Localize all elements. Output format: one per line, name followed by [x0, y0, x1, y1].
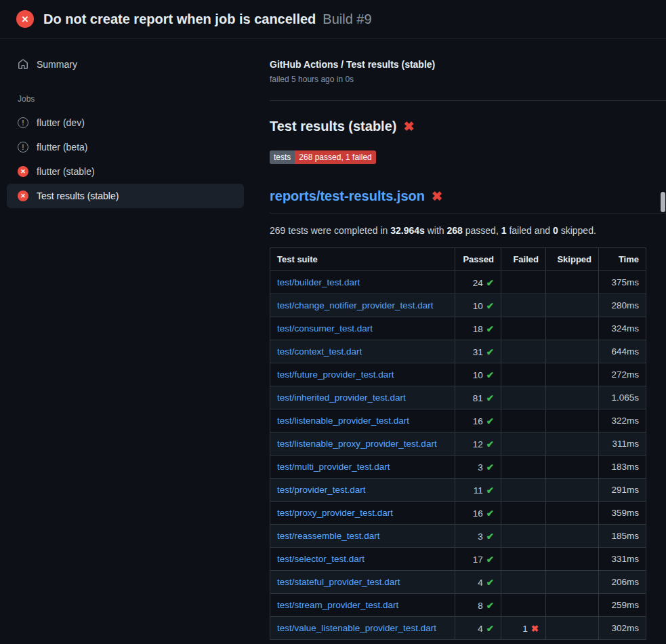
skipped-cell: [546, 317, 599, 340]
sidebar-item-label: flutter (stable): [37, 166, 95, 177]
passed-cell: 8✔: [455, 594, 501, 617]
test-suite-link[interactable]: test/context_test.dart: [277, 346, 362, 357]
x-circle-icon: ✕: [18, 190, 28, 201]
summary-fragment: 269 tests were completed in: [270, 225, 390, 236]
skipped-cell: [546, 363, 599, 386]
sidebar-item-test-results-stable[interactable]: ✕Test results (stable): [7, 184, 244, 208]
time-cell: 375ms: [599, 271, 646, 294]
table-row: test/builder_test.dart24✔375ms: [270, 271, 646, 294]
passed-cell: 4✔: [455, 571, 501, 594]
test-suite-link[interactable]: test/provider_test.dart: [277, 485, 366, 495]
suite-cell: test/consumer_test.dart: [270, 317, 455, 340]
test-suite-link[interactable]: test/consumer_test.dart: [277, 323, 373, 334]
check-icon: ✔: [486, 462, 494, 472]
time-cell: 185ms: [599, 525, 646, 548]
exclamation-circle-icon: !: [18, 117, 28, 128]
sidebar-item-flutter-dev[interactable]: !flutter (dev): [7, 110, 244, 135]
table-row: test/value_listenable_provider_test.dart…: [270, 617, 646, 640]
test-suite-link[interactable]: test/stateful_provider_test.dart: [277, 577, 400, 587]
skipped-cell: [546, 617, 599, 640]
count: 18: [473, 324, 483, 334]
table-row: test/proxy_provider_test.dart16✔359ms: [270, 502, 646, 525]
test-suite-link[interactable]: test/builder_test.dart: [277, 277, 360, 287]
status-line: failed 5 hours ago in 0s: [270, 75, 666, 84]
passed-cell: 4✔: [455, 617, 501, 640]
test-suite-link[interactable]: test/multi_provider_test.dart: [277, 462, 390, 472]
suite-cell: test/selector_test.dart: [270, 548, 455, 571]
test-suite-link[interactable]: test/proxy_provider_test.dart: [277, 508, 393, 518]
suite-cell: test/stream_provider_test.dart: [270, 594, 455, 617]
count: 10: [473, 301, 483, 311]
sidebar-item-label: flutter (dev): [37, 117, 85, 128]
badge-label: tests: [270, 150, 295, 164]
count: 31: [473, 347, 483, 357]
report-link[interactable]: reports/test-results.json: [270, 188, 425, 204]
summary-failed-count: 1: [501, 225, 507, 236]
passed-cell: 17✔: [455, 548, 501, 571]
count: 10: [473, 370, 483, 380]
test-suite-link[interactable]: test/future_provider_test.dart: [277, 369, 394, 380]
test-suite-link[interactable]: test/inherited_provider_test.dart: [277, 393, 406, 403]
time-cell: 272ms: [599, 363, 646, 386]
check-icon: ✔: [486, 393, 494, 403]
passed-cell: 10✔: [455, 363, 501, 386]
test-suite-link[interactable]: test/selector_test.dart: [277, 554, 365, 564]
failed-cell: [501, 363, 546, 386]
test-suite-link[interactable]: test/listenable_provider_test.dart: [277, 416, 409, 426]
build-number: Build #9: [322, 12, 371, 27]
failed-cell: [501, 571, 546, 594]
test-suite-link[interactable]: test/listenable_proxy_provider_test.dart: [277, 439, 437, 449]
page-title: Do not create report when job is cancell…: [43, 12, 316, 27]
passed-cell: 16✔: [455, 409, 501, 432]
suite-cell: test/builder_test.dart: [270, 271, 455, 294]
sidebar-item-label: Test results (stable): [37, 190, 119, 201]
section-title: Test results (stable) ✖: [270, 119, 666, 134]
test-suite-link[interactable]: test/change_notifier_provider_test.dart: [277, 300, 433, 310]
col-header-failed: Failed: [501, 248, 546, 271]
sidebar-jobs-list: !flutter (dev)!flutter (beta)✕flutter (s…: [0, 110, 251, 208]
suite-cell: test/listenable_proxy_provider_test.dart: [270, 432, 455, 456]
test-suite-link[interactable]: test/reassemble_test.dart: [277, 531, 380, 541]
test-suite-link[interactable]: test/stream_provider_test.dart: [277, 600, 398, 610]
skipped-cell: [546, 386, 599, 409]
suite-cell: test/provider_test.dart: [270, 479, 455, 502]
sidebar-item-flutter-beta[interactable]: !flutter (beta): [7, 135, 244, 159]
results-table-body: test/builder_test.dart24✔375mstest/chang…: [270, 271, 646, 640]
app-root: ✕ Do not create report when job is cance…: [0, 0, 666, 640]
skipped-cell: [546, 456, 599, 479]
table-row: test/change_notifier_provider_test.dart1…: [270, 294, 646, 317]
passed-cell: 3✔: [455, 456, 501, 479]
table-row: test/context_test.dart31✔644ms: [270, 340, 646, 363]
skipped-cell: [546, 594, 599, 617]
passed-cell: 18✔: [455, 317, 501, 340]
time-cell: 311ms: [599, 432, 646, 456]
count: 16: [473, 508, 483, 519]
report-title: reports/test-results.json ✖: [270, 188, 666, 214]
results-table: Test suite Passed Failed Skipped Time te…: [270, 247, 646, 640]
sidebar-item-flutter-stable[interactable]: ✕flutter (stable): [7, 159, 244, 184]
layout: Summary Jobs !flutter (dev)!flutter (bet…: [0, 39, 666, 640]
suite-cell: test/change_notifier_provider_test.dart: [270, 294, 455, 317]
col-header-passed: Passed: [455, 248, 501, 271]
suite-cell: test/context_test.dart: [270, 340, 455, 363]
count: 3: [478, 531, 483, 542]
skipped-cell: [546, 502, 599, 525]
passed-cell: 24✔: [455, 271, 501, 294]
passed-cell: 3✔: [455, 525, 501, 548]
check-icon: ✔: [486, 578, 494, 588]
check-icon: ✔: [486, 555, 494, 565]
sidebar: Summary Jobs !flutter (dev)!flutter (bet…: [0, 39, 251, 640]
header-row: Test suite Passed Failed Skipped Time: [270, 248, 646, 271]
suite-cell: test/multi_provider_test.dart: [270, 456, 455, 479]
summary-fragment: with: [425, 225, 447, 236]
scrollbar-thumb[interactable]: [661, 192, 665, 212]
count: 4: [478, 578, 483, 588]
failed-cell: [501, 594, 546, 617]
time-cell: 183ms: [599, 456, 646, 479]
table-row: test/stateful_provider_test.dart4✔206ms: [270, 571, 646, 594]
check-icon: ✔: [486, 324, 494, 334]
test-suite-link[interactable]: test/value_listenable_provider_test.dart: [277, 623, 436, 633]
time-cell: 331ms: [599, 548, 646, 571]
sidebar-item-summary[interactable]: Summary: [7, 52, 244, 77]
check-icon: ✔: [486, 508, 494, 519]
